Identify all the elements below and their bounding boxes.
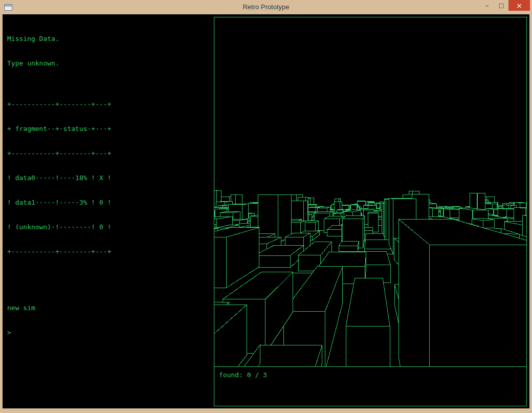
- table-line: +-----------+--------+---+: [7, 149, 112, 158]
- found-counter: found: 0 / 3: [219, 371, 522, 379]
- maximize-icon: □: [499, 2, 504, 9]
- status-panel: found: 0 / 3: [214, 366, 527, 406]
- close-button[interactable]: ×: [508, 0, 530, 11]
- app-icon[interactable]: [4, 4, 12, 11]
- fragment-status-table: +-----------+--------+---+ + fragment··+…: [7, 84, 112, 272]
- table-line: +-----------+--------+---+: [7, 100, 112, 108]
- table-line: +-----------+--------+---+: [7, 248, 112, 256]
- terminal-message-line: Missing Data.: [7, 35, 112, 43]
- table-row: ! data1·····!·····3% ! 0 !: [7, 199, 112, 207]
- app-icon-glyph: [5, 5, 12, 7]
- scene-viewport[interactable]: [214, 17, 527, 367]
- app-content: Missing Data. Type unknown. +-----------…: [3, 14, 529, 408]
- table-row: ! data0·····!····18% ! X !: [7, 174, 112, 182]
- window-controls: – □ ×: [480, 0, 530, 14]
- minimize-icon: –: [485, 2, 489, 9]
- minimize-button[interactable]: –: [480, 0, 494, 11]
- app-window: Retro Prototype – □ × Missing Data. Type…: [0, 0, 532, 413]
- window-titlebar[interactable]: Retro Prototype – □ ×: [0, 0, 532, 14]
- window-title: Retro Prototype: [0, 0, 532, 14]
- command-prompt[interactable]: >: [7, 329, 112, 337]
- wireframe-scene: [214, 17, 526, 366]
- command-label: new sim: [7, 304, 112, 312]
- table-row: ! (unknown)·!········! 0 !: [7, 223, 112, 231]
- table-header-line: + fragment··+·status·+···+: [7, 125, 112, 133]
- terminal-message-line: Type unknown.: [7, 59, 112, 68]
- maximize-button[interactable]: □: [494, 0, 508, 11]
- close-icon: ×: [516, 2, 522, 10]
- terminal-panel: Missing Data. Type unknown. +-----------…: [7, 18, 112, 353]
